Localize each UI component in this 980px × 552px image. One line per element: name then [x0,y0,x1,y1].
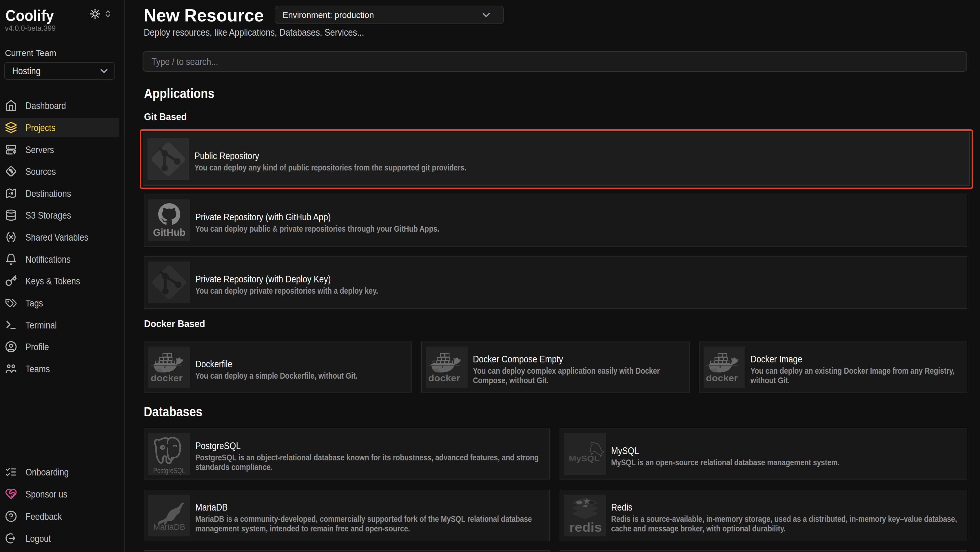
svg-text:MariaDB: MariaDB [153,522,185,531]
svg-text:redis: redis [570,520,602,534]
svg-text:docker: docker [706,373,738,383]
svg-text:docker: docker [428,373,460,383]
svg-text:GitHub: GitHub [153,227,185,238]
svg-text:PostgreSQL: PostgreSQL [153,466,185,475]
svg-text:docker: docker [151,373,183,383]
svg-text:MySQL: MySQL [569,454,600,463]
